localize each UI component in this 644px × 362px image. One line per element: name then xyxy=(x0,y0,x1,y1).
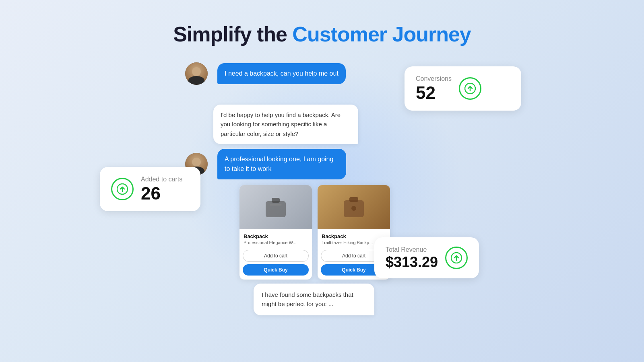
conversions-label: Conversions xyxy=(416,75,452,82)
bubble-bot-2-text: I have found some backpacks that might b… xyxy=(262,291,353,307)
add-to-cart-button-1[interactable]: Add to cart xyxy=(243,250,309,262)
revenue-info: Total Revenue $313.29 xyxy=(386,246,438,269)
carts-label: Added to carts xyxy=(141,176,182,183)
quick-buy-button-1[interactable]: Quick Buy xyxy=(243,264,309,276)
product-1-name: Backpack xyxy=(244,233,308,239)
user-message-2: A professional looking one, I am going t… xyxy=(185,149,346,179)
revenue-value: $313.29 xyxy=(386,255,438,269)
carts-info: Added to carts 26 xyxy=(141,176,182,202)
conversions-up-icon xyxy=(459,77,481,100)
title-text-plain: Simplify the xyxy=(173,23,292,46)
conversions-info: Conversions 52 xyxy=(416,75,452,102)
conversions-value: 52 xyxy=(416,84,452,102)
title-text-highlight: Customer Journey xyxy=(292,23,471,46)
revenue-up-icon xyxy=(445,247,468,269)
bot-message-1: I'd be happy to help you find a backpack… xyxy=(213,105,358,144)
product-2-name: Backpack xyxy=(322,233,386,239)
bubble-user-2: A professional looking one, I am going t… xyxy=(217,149,346,179)
product-image-1 xyxy=(239,185,312,229)
product-image-2 xyxy=(318,185,390,229)
revenue-card: Total Revenue $313.29 xyxy=(374,237,479,278)
product-1-subtitle: Professional Elegance W... xyxy=(244,240,308,245)
svg-rect-0 xyxy=(266,201,286,217)
user-message-1: I need a backpack, can you help me out xyxy=(185,62,346,85)
carts-card: Added to carts 26 xyxy=(100,167,200,211)
product-1-info: Backpack Professional Elegance W... xyxy=(239,229,312,250)
bubble-user-1: I need a backpack, can you help me out xyxy=(217,63,346,84)
page-title: Simplify the Customer Journey xyxy=(0,0,644,46)
svg-point-5 xyxy=(351,206,356,211)
svg-rect-4 xyxy=(349,197,358,202)
conversions-card: Conversions 52 xyxy=(405,66,521,111)
bot-message-2: I have found some backpacks that might b… xyxy=(254,284,374,315)
avatar-1 xyxy=(185,62,208,85)
product-row: Backpack Professional Elegance W... Add … xyxy=(239,185,390,280)
product-card-1: Backpack Professional Elegance W... Add … xyxy=(239,185,312,280)
carts-value: 26 xyxy=(141,185,182,202)
bubble-bot-1: I'd be happy to help you find a backpack… xyxy=(213,105,358,144)
svg-rect-1 xyxy=(272,198,280,203)
svg-rect-2 xyxy=(270,204,282,206)
revenue-label: Total Revenue xyxy=(386,246,438,253)
carts-up-icon xyxy=(111,178,134,200)
